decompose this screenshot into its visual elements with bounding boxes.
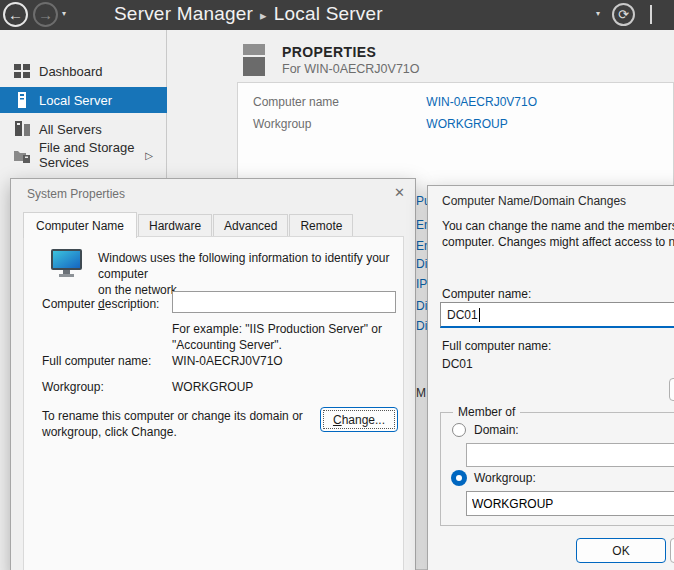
sidebar-item-label: All Servers [39, 122, 102, 137]
clipped-value: Di [416, 299, 427, 313]
refresh-button[interactable]: ⟳ [612, 3, 635, 26]
clipped-value: Pu [416, 194, 427, 208]
sidebar-item-label: Dashboard [39, 64, 103, 79]
tab-remote[interactable]: Remote [289, 214, 353, 237]
tab-hardware[interactable]: Hardware [138, 214, 212, 237]
toolbar-caret-icon[interactable]: ▾ [596, 9, 600, 18]
clipped-value: En [416, 218, 427, 232]
sidebar-item-all-servers[interactable]: All Servers [0, 116, 167, 142]
member-of-groupbox: Member of Domain: Workgroup: [440, 412, 674, 526]
clipped-value: IP [416, 277, 427, 291]
property-label: Computer name [253, 95, 423, 109]
rename-hint-text: To rename this computer or change its do… [42, 408, 312, 440]
nav-history-caret-icon[interactable]: ▾ [62, 9, 66, 18]
forward-icon: → [38, 6, 53, 23]
property-row: Workgroup WORKGROUP [253, 117, 508, 131]
properties-subheading: For WIN-0AECRJ0V71O [282, 62, 420, 76]
server-tile-icon [243, 44, 265, 76]
workgroup-label: Workgroup: [474, 471, 536, 485]
property-label: Workgroup [253, 117, 423, 131]
computer-name-input[interactable]: DC01 [440, 302, 674, 328]
cancel-button-partial[interactable] [670, 538, 674, 563]
computer-name-input-value: DC01 [447, 308, 478, 322]
computer-name-tab-page: Windows uses the following information t… [23, 236, 404, 570]
file-storage-icon [13, 146, 31, 164]
domain-label: Domain: [474, 423, 519, 437]
full-computer-name-label: Full computer name: [42, 354, 151, 368]
breadcrumb-separator-icon: ▸ [253, 8, 274, 23]
property-row: Computer name WIN-0AECRJ0V71O [253, 95, 537, 109]
dialog-title: System Properties [27, 187, 125, 201]
clipped-value: Di [416, 257, 427, 271]
description-example-text: For example: "IIS Production Server" or … [172, 321, 382, 353]
clipped-background-values: Pu En En Di IP Di Di M [416, 178, 427, 570]
close-icon[interactable]: ✕ [394, 185, 405, 200]
clipped-value: Di [416, 319, 427, 333]
dialog-title: Computer Name/Domain Changes [442, 194, 626, 208]
full-computer-name-label: Full computer name: [442, 339, 551, 353]
local-server-icon [13, 91, 31, 109]
sidebar-item-dashboard[interactable]: Dashboard [0, 58, 167, 84]
computer-name-link[interactable]: WIN-0AECRJ0V71O [426, 95, 537, 109]
workgroup-radio[interactable] [451, 470, 467, 486]
tab-computer-name[interactable]: Computer Name [23, 212, 137, 238]
sidebar-item-label: Local Server [39, 93, 112, 108]
dashboard-icon [13, 62, 31, 80]
domain-radio[interactable] [452, 423, 466, 437]
computer-description-label: Computer description: [42, 297, 159, 311]
title-bar: ← → ▾ Server Manager▸Local Server ▾ ⟳ [0, 0, 674, 30]
member-of-label: Member of [453, 405, 520, 419]
expander-icon[interactable]: ▷ [145, 150, 153, 161]
change-button[interactable]: Change... [320, 407, 398, 432]
ok-button[interactable]: OK [576, 538, 666, 563]
sidebar-item-file-storage-services[interactable]: File and Storage Services ▷ [0, 142, 167, 168]
domain-input[interactable] [466, 443, 674, 467]
full-computer-name-value: WIN-0AECRJ0V71O [172, 354, 283, 368]
all-servers-icon [13, 120, 31, 138]
workgroup-label: Workgroup: [42, 380, 104, 394]
sidebar-item-local-server[interactable]: Local Server [0, 87, 167, 113]
forward-button[interactable]: → [33, 2, 58, 27]
tab-strip: Computer Name Hardware Advanced Remote [23, 212, 354, 237]
clipped-value: M [416, 386, 426, 400]
computer-description-input[interactable] [172, 291, 396, 313]
text-cursor [479, 308, 480, 322]
computer-name-domain-changes-dialog: Computer Name/Domain Changes You can cha… [427, 185, 674, 570]
server-manager-window: ← → ▾ Server Manager▸Local Server ▾ ⟳ Da… [0, 0, 674, 570]
window-title-page: Local Server [274, 3, 383, 24]
more-button-partial[interactable] [669, 378, 674, 401]
back-icon: ← [8, 6, 23, 23]
workgroup-input[interactable] [466, 491, 674, 516]
workgroup-value: WORKGROUP [172, 380, 253, 394]
notification-flag-partial-icon[interactable] [650, 5, 652, 24]
refresh-icon: ⟳ [618, 7, 629, 22]
window-title: Server Manager▸Local Server [114, 3, 383, 25]
clipped-value: En [416, 239, 427, 253]
window-title-app: Server Manager [114, 3, 253, 24]
computer-name-label: Computer name: [442, 287, 531, 301]
workgroup-link[interactable]: WORKGROUP [426, 117, 507, 131]
system-properties-dialog: System Properties ✕ Computer Name Hardwa… [10, 178, 416, 570]
dialog-body-text: You can change the name and the membersh… [442, 218, 674, 250]
tab-advanced[interactable]: Advanced [213, 214, 288, 237]
computer-monitor-icon [50, 248, 84, 280]
properties-heading: PROPERTIES [282, 44, 376, 60]
back-button[interactable]: ← [3, 2, 28, 27]
full-computer-name-value: DC01 [442, 357, 473, 371]
